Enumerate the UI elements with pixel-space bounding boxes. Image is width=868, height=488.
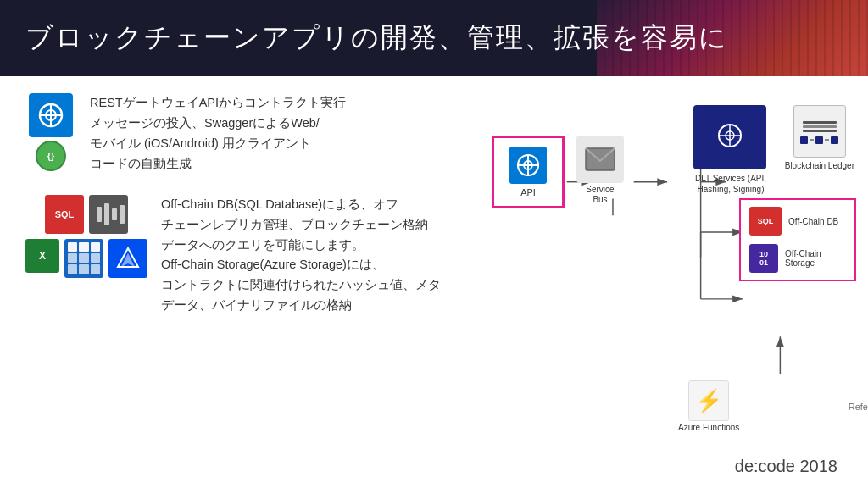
diag-api-icon xyxy=(509,147,547,184)
sql-small-icon: SQL xyxy=(45,195,84,234)
lightning-icon: ⚡ xyxy=(695,388,722,414)
diag-api-svg xyxy=(515,152,542,179)
chart-icon xyxy=(89,195,128,234)
table-icon xyxy=(64,239,103,278)
bar-2 xyxy=(104,203,109,225)
diag-servicebus-icon xyxy=(576,136,624,183)
excel-icon: X xyxy=(25,239,59,273)
bar-1 xyxy=(97,207,102,222)
azure-svg xyxy=(116,247,140,270)
diag-servicebus-box: ServiceBus xyxy=(576,136,624,205)
diag-api-label: API xyxy=(520,187,536,197)
ledger-line xyxy=(803,121,837,124)
diag-ledger-box: Blockchain Ledger xyxy=(785,105,854,170)
architecture-diagram: API ServiceBus xyxy=(483,102,868,480)
offchain-storage-row: 1001 Off-Chain Storage xyxy=(749,244,846,273)
diag-functions-label: Azure Functions xyxy=(678,423,739,432)
diag-api-box: API xyxy=(492,136,565,208)
bar-4 xyxy=(120,205,125,224)
diag-sql-icon: SQL xyxy=(749,207,782,236)
chain-block xyxy=(815,136,823,144)
ledger-line xyxy=(803,130,837,132)
sql-small-label: SQL xyxy=(55,209,75,219)
diag-functions-icon: ⚡ xyxy=(688,380,729,421)
ledger-line xyxy=(803,125,837,128)
grid-cell xyxy=(91,253,100,263)
main-content: {} RESTゲートウェイAPIからコントラクト実行メッセージの投入、Swagg… xyxy=(0,76,868,488)
offchain-db-row: SQL Off-Chain DB xyxy=(749,207,846,236)
grid-cell xyxy=(68,253,77,263)
feature-api-icons: {} xyxy=(25,93,76,171)
grid-cell xyxy=(68,264,77,274)
diag-ledger-icon xyxy=(793,105,846,158)
grid-cell xyxy=(91,264,100,274)
left-panel: {} RESTゲートウェイAPIからコントラクト実行メッセージの投入、Swagg… xyxy=(0,93,475,480)
ledger-lines xyxy=(803,119,837,134)
db-icons-row: SQL xyxy=(45,195,128,234)
api-svg-icon xyxy=(37,102,64,129)
feature-db-icons: SQL X xyxy=(25,195,147,278)
chain-block xyxy=(800,136,808,144)
diag-dlt-box xyxy=(693,105,766,169)
diag-ledger-label: Blockchain Ledger xyxy=(785,161,854,170)
grid-cell xyxy=(79,253,88,263)
diag-offchain-box: SQL Off-Chain DB 1001 Off-Chain Storage xyxy=(739,198,856,281)
diag-offchain-storage-label: Off-Chain Storage xyxy=(785,249,846,268)
right-panel: API ServiceBus xyxy=(475,93,868,480)
diag-dlt-label: DLT Services (API, Hashing, Signing) xyxy=(680,173,782,195)
swagger-icon: {} xyxy=(36,141,66,171)
feature-db-text: Off-Chain DB(SQL Database)による、オフチェーンレプリカ… xyxy=(161,195,441,317)
chain-block xyxy=(831,136,838,144)
feature-api-block: {} RESTゲートウェイAPIからコントラクト実行メッセージの投入、Swagg… xyxy=(25,93,458,175)
diag-reference-label: Refe xyxy=(849,402,868,412)
chain-blocks xyxy=(800,136,838,144)
grid-cell xyxy=(79,242,88,252)
envelope-svg xyxy=(585,147,615,171)
storage-icons-row: X xyxy=(25,239,147,278)
footer: de:code 2018 xyxy=(735,457,837,476)
dlt-svg xyxy=(713,122,747,152)
feature-db-block: SQL X xyxy=(25,195,458,317)
diag-servicebus-label: ServiceBus xyxy=(586,185,614,205)
grid-cell xyxy=(91,242,100,252)
grid-cell xyxy=(79,264,88,274)
bar-3 xyxy=(112,208,117,220)
decode-label: de:code 2018 xyxy=(735,457,837,475)
page-title: ブロックチェーンアプリの開発、管理、拡張を容易に xyxy=(25,19,728,57)
api-icon xyxy=(29,93,73,137)
chain-link xyxy=(825,139,829,141)
azure-icon xyxy=(108,239,147,278)
grid-cell xyxy=(68,242,77,252)
diag-functions-box: ⚡ Azure Functions xyxy=(678,380,739,432)
table-grid xyxy=(68,242,100,274)
header: ブロックチェーンアプリの開発、管理、拡張を容易に xyxy=(0,0,868,76)
chain-link xyxy=(810,139,814,141)
diag-storage-icon: 1001 xyxy=(749,244,778,273)
diag-offchain-db-label: Off-Chain DB xyxy=(788,217,838,226)
swagger-label: {} xyxy=(47,151,55,161)
feature-api-text: RESTゲートウェイAPIからコントラクト実行メッセージの投入、Swaggerに… xyxy=(90,93,346,175)
